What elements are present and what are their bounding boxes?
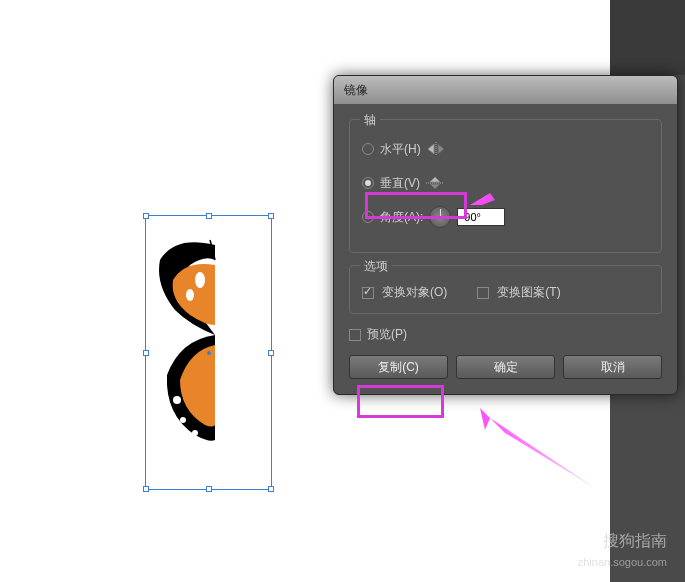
angle-input[interactable] — [457, 208, 505, 226]
mirror-dialog: 镜像 轴 水平(H) 垂直(V) — [333, 75, 678, 395]
app-background-top — [610, 0, 685, 75]
horizontal-row[interactable]: 水平(H) — [362, 138, 649, 160]
watermark-main: 搜狗指南 — [603, 531, 667, 552]
copy-button[interactable]: 复制(C) — [349, 355, 448, 379]
handle-top-right[interactable] — [268, 213, 274, 219]
flip-horizontal-icon — [427, 142, 445, 156]
horizontal-label: 水平(H) — [380, 141, 421, 158]
vertical-label: 垂直(V) — [380, 175, 420, 192]
handle-top-left[interactable] — [143, 213, 149, 219]
handle-bottom-left[interactable] — [143, 486, 149, 492]
handle-mid-left[interactable] — [143, 350, 149, 356]
axis-legend: 轴 — [360, 112, 380, 129]
dialog-body: 轴 水平(H) 垂直(V) — [334, 104, 677, 394]
options-row: 变换对象(O) 变换图案(T) — [362, 284, 649, 301]
dialog-title: 镜像 — [344, 83, 368, 97]
selection-bounds[interactable] — [145, 215, 272, 490]
selection-center — [207, 351, 211, 355]
handle-top-center[interactable] — [206, 213, 212, 219]
dialog-titlebar[interactable]: 镜像 — [334, 76, 677, 104]
flip-vertical-icon — [426, 176, 444, 190]
preview-row[interactable]: 预览(P) — [349, 326, 662, 343]
radio-vertical[interactable] — [362, 177, 374, 189]
angle-label: 角度(A): — [380, 209, 423, 226]
ok-button[interactable]: 确定 — [456, 355, 555, 379]
checkbox-transform-object[interactable] — [362, 287, 374, 299]
button-row: 复制(C) 确定 取消 — [349, 355, 662, 379]
watermark-sub: zhinan.sogou.com — [578, 556, 667, 568]
annotation-arrow-bottom — [430, 408, 600, 493]
radio-horizontal[interactable] — [362, 143, 374, 155]
transform-object-label: 变换对象(O) — [382, 284, 447, 301]
checkbox-transform-pattern[interactable] — [477, 287, 489, 299]
angle-row[interactable]: 角度(A): — [362, 206, 649, 228]
handle-mid-right[interactable] — [268, 350, 274, 356]
vertical-row[interactable]: 垂直(V) — [362, 172, 649, 194]
handle-bottom-center[interactable] — [206, 486, 212, 492]
angle-dial[interactable] — [429, 206, 451, 228]
options-legend: 选项 — [360, 258, 392, 275]
axis-fieldset: 轴 水平(H) 垂直(V) — [349, 119, 662, 253]
cancel-button[interactable]: 取消 — [563, 355, 662, 379]
preview-label: 预览(P) — [367, 326, 407, 343]
radio-angle[interactable] — [362, 211, 374, 223]
transform-pattern-label: 变换图案(T) — [497, 284, 560, 301]
checkbox-preview[interactable] — [349, 329, 361, 341]
handle-bottom-right[interactable] — [268, 486, 274, 492]
options-fieldset: 选项 变换对象(O) 变换图案(T) — [349, 265, 662, 314]
